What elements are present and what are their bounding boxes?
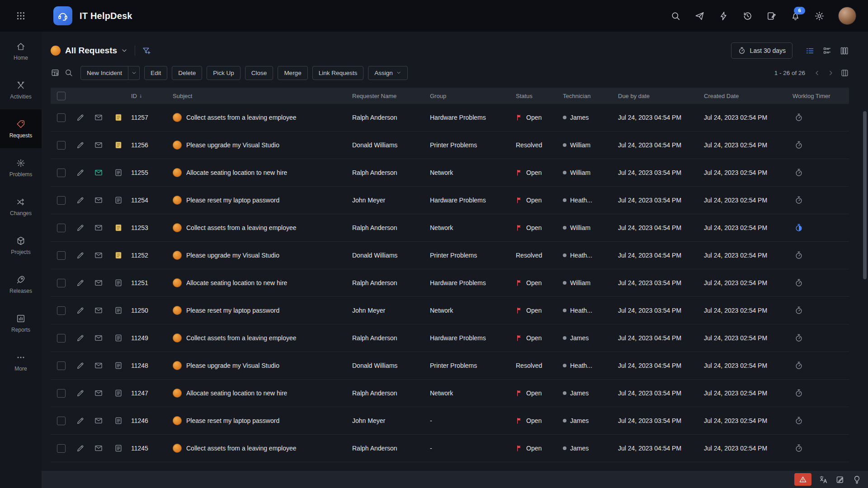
worklog-timer-icon[interactable] (794, 141, 803, 150)
edit-icon[interactable] (76, 444, 85, 453)
request-subject[interactable]: Collect assets from a leaving employee (186, 224, 297, 231)
close-button[interactable]: Close (245, 66, 274, 80)
request-id[interactable]: 11256 (129, 141, 171, 149)
mail-icon[interactable] (94, 389, 103, 398)
table-row[interactable]: 11255Allocate seating location to new hi… (51, 159, 849, 187)
note-icon[interactable] (114, 416, 123, 425)
feedback-icon[interactable] (766, 11, 777, 21)
edit-icon[interactable] (76, 168, 85, 177)
date-range-button[interactable]: Last 30 days (731, 42, 793, 59)
table-row[interactable]: 11254Please reset my laptop passwordJohn… (51, 187, 849, 214)
row-checkbox[interactable] (57, 169, 66, 177)
note-icon[interactable] (114, 278, 123, 287)
notifications-icon[interactable]: 6 (790, 11, 801, 21)
edit-icon[interactable] (76, 113, 85, 122)
edit-icon[interactable] (76, 416, 85, 425)
table-row[interactable]: 11251Allocate seating location to new hi… (51, 269, 849, 297)
settings-icon[interactable] (814, 11, 825, 21)
row-checkbox[interactable] (57, 389, 66, 398)
request-subject[interactable]: Please upgrade my Visual Studio (186, 252, 279, 259)
column-chooser-icon[interactable] (840, 69, 849, 77)
table-row[interactable]: 11252Please upgrade my Visual StudioDona… (51, 242, 849, 269)
translate-icon[interactable] (819, 475, 828, 484)
mail-icon[interactable] (94, 333, 103, 343)
col-header-id[interactable]: ID↓ (129, 93, 171, 99)
table-row[interactable]: 11257Collect assets from a leaving emplo… (51, 104, 849, 131)
user-avatar[interactable] (838, 7, 856, 25)
flash-icon[interactable] (718, 11, 729, 21)
note-icon[interactable] (114, 306, 123, 315)
note-icon[interactable] (114, 196, 123, 205)
col-header-status[interactable]: Status (514, 93, 561, 99)
col-header-requester-name[interactable]: Requester Name (350, 93, 428, 99)
edit-icon[interactable] (76, 278, 85, 287)
mail-icon[interactable] (94, 306, 103, 315)
col-header-group[interactable]: Group (428, 93, 514, 99)
sidebar-item-requests[interactable]: Requests (0, 109, 42, 148)
row-checkbox[interactable] (57, 196, 66, 205)
mail-icon[interactable] (94, 278, 103, 287)
request-id[interactable]: 11246 (129, 417, 171, 424)
mail-icon[interactable] (94, 113, 103, 122)
worklog-timer-icon[interactable] (794, 278, 803, 287)
request-id[interactable]: 11254 (129, 197, 171, 204)
col-header-technician[interactable]: Technician (561, 93, 616, 99)
filter-funnel-icon[interactable] (142, 46, 151, 56)
worklog-timer-icon[interactable] (794, 196, 803, 205)
request-subject[interactable]: Please upgrade my Visual Studio (186, 362, 279, 369)
edit-icon[interactable] (76, 361, 85, 370)
mail-icon[interactable] (94, 223, 103, 232)
whats-new-icon[interactable] (694, 11, 705, 21)
note-icon[interactable] (114, 168, 123, 177)
column-view-icon[interactable] (840, 46, 849, 56)
merge-button[interactable]: Merge (278, 66, 307, 80)
page-prev-icon[interactable] (813, 69, 821, 77)
edit-icon[interactable] (76, 306, 85, 315)
table-row[interactable]: 11244Please upgrade my Visual StudioDona… (51, 462, 849, 471)
mail-icon[interactable] (94, 196, 103, 205)
list-search-icon[interactable] (64, 68, 73, 77)
app-launcher-icon[interactable] (0, 0, 42, 32)
request-subject[interactable]: Please reset my laptop password (186, 197, 279, 204)
table-settings-icon[interactable] (51, 68, 60, 77)
worklog-timer-icon[interactable] (794, 389, 803, 398)
request-subject[interactable]: Please reset my laptop password (186, 307, 279, 314)
edit-icon[interactable] (76, 141, 85, 150)
request-id[interactable]: 11257 (129, 114, 171, 121)
worklog-timer-icon[interactable] (794, 223, 803, 232)
request-subject[interactable]: Allocate seating location to new hire (186, 169, 287, 176)
mail-icon[interactable] (94, 444, 103, 453)
sidebar-item-more[interactable]: More (0, 343, 42, 381)
request-id[interactable]: 11250 (129, 307, 171, 314)
table-row[interactable]: 11256Please upgrade my Visual StudioDona… (51, 131, 849, 159)
table-row[interactable]: 11248Please upgrade my Visual StudioDona… (51, 352, 849, 380)
note-icon[interactable] (114, 333, 123, 343)
vertical-scrollbar[interactable] (863, 111, 867, 279)
worklog-timer-icon[interactable] (794, 333, 803, 343)
history-icon[interactable] (742, 11, 753, 21)
sidebar-item-reports[interactable]: Reports (0, 304, 42, 343)
request-id[interactable]: 11248 (129, 362, 171, 369)
row-checkbox[interactable] (57, 113, 66, 122)
sidebar-item-releases[interactable]: Releases (0, 265, 42, 304)
note-icon[interactable] (114, 141, 123, 150)
worklog-timer-icon[interactable] (794, 361, 803, 370)
edit-icon[interactable] (76, 196, 85, 205)
table-row[interactable]: 11246Please reset my laptop passwordJohn… (51, 407, 849, 435)
col-header-created-date[interactable]: Created Date (702, 93, 791, 99)
note-icon[interactable] (114, 251, 123, 260)
page-next-icon[interactable] (827, 69, 835, 77)
request-subject[interactable]: Allocate seating location to new hire (186, 389, 287, 397)
worklog-timer-icon[interactable] (794, 113, 803, 122)
note-icon[interactable] (114, 389, 123, 398)
row-checkbox[interactable] (57, 361, 66, 370)
mail-icon[interactable] (94, 141, 103, 150)
new-incident-button[interactable]: New Incident (80, 66, 128, 80)
request-subject[interactable]: Collect assets from a leaving employee (186, 445, 297, 452)
sidebar-item-home[interactable]: Home (0, 32, 42, 70)
request-subject[interactable]: Collect assets from a leaving employee (186, 114, 297, 121)
bulb-icon[interactable] (852, 475, 862, 484)
worklog-timer-icon[interactable] (794, 444, 803, 453)
list-view-icon[interactable] (805, 46, 815, 56)
mail-icon[interactable] (94, 251, 103, 260)
